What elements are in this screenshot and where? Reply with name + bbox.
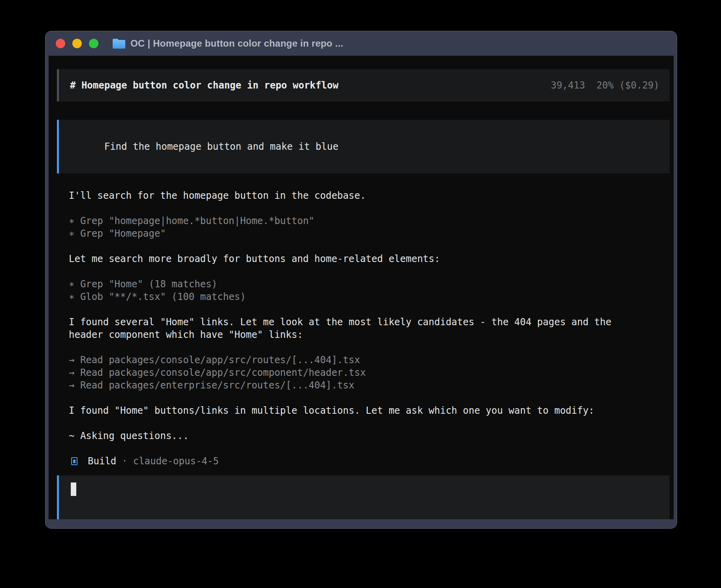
user-message-text: Find the homepage button and make it blu…: [104, 141, 338, 152]
assistant-status-line: ~ Asking questions...: [69, 430, 670, 442]
tool-call-line: ∗ Grep "Home" (18 matches): [69, 278, 670, 290]
agent-status-line: Build · claude-opus-4-5: [71, 455, 670, 467]
assistant-message-line: I'll search for the homepage button in t…: [69, 189, 670, 202]
session-stats: 39,413 20% ($0.29): [551, 80, 659, 91]
traffic-lights: [56, 39, 98, 48]
conversation: I'll search for the homepage button in t…: [57, 183, 670, 442]
folder-icon: [113, 39, 125, 49]
user-message: Find the homepage button and make it blu…: [57, 120, 670, 173]
session-title: # Homepage button color change in repo w…: [70, 80, 338, 91]
tool-call-line: ∗ Grep "Homepage": [69, 227, 670, 240]
window-titlebar[interactable]: OC | Homepage button color change in rep…: [45, 31, 677, 56]
tool-call-line: → Read packages/enterprise/src/routes/[.…: [69, 379, 670, 392]
tool-call-line: → Read packages/console/app/src/routes/[…: [69, 354, 670, 366]
assistant-message-line: Let me search more broadly for buttons a…: [69, 253, 670, 265]
assistant-message-line: I found several "Home" links. Let me loo…: [69, 316, 670, 328]
tool-call-line: ∗ Glob "**/*.tsx" (100 matches): [69, 290, 670, 303]
assistant-message-line: I found "Home" buttons/links in multiple…: [69, 404, 670, 417]
text-cursor[interactable]: [71, 482, 76, 496]
minimize-button[interactable]: [72, 39, 82, 48]
agent-name: Build: [88, 456, 116, 467]
input-status-row: BuildClaude Opus 4.5OpenCode Zen: [71, 507, 658, 519]
prompt-input[interactable]: BuildClaude Opus 4.5OpenCode Zen: [57, 475, 670, 519]
agent-build-icon: [71, 457, 77, 465]
close-button[interactable]: [56, 39, 65, 48]
separator-dot: ·: [122, 456, 127, 467]
assistant-message-line: header component which have "Home" links…: [69, 328, 670, 341]
model-id: claude-opus-4-5: [133, 456, 219, 467]
session-header: # Homepage button color change in repo w…: [57, 69, 670, 102]
terminal-window: OC | Homepage button color change in rep…: [45, 31, 677, 529]
tool-call-line: → Read packages/console/app/src/componen…: [69, 366, 670, 379]
tool-call-line: ∗ Grep "homepage|home.*button|Home.*butt…: [69, 215, 670, 227]
terminal-content: # Homepage button color change in repo w…: [49, 56, 674, 519]
zoom-button[interactable]: [89, 39, 98, 48]
window-title: OC | Homepage button color change in rep…: [130, 38, 343, 49]
